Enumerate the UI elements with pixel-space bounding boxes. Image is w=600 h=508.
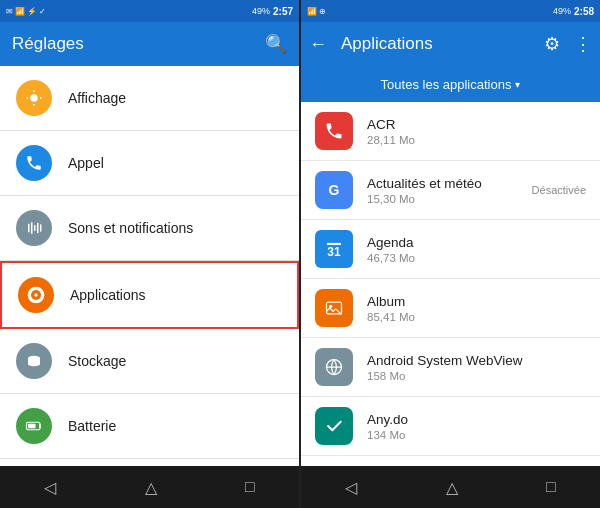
signal-icon: 📶 (15, 7, 25, 16)
left-status-bar: ✉ 📶 ⚡ ✓ 49% 2:57 (0, 0, 299, 22)
actualites-status: Désactivée (532, 184, 586, 196)
affichage-label: Affichage (68, 90, 126, 106)
right-signal-icon: 📶 (307, 7, 317, 16)
anydo-size: 134 Mo (367, 429, 586, 441)
batterie-icon (16, 408, 52, 444)
actualites-name: Actualités et météo (367, 176, 532, 191)
left-home-button[interactable]: △ (145, 478, 157, 497)
left-status-right: 49% 2:57 (252, 6, 293, 17)
actualites-size: 15,30 Mo (367, 193, 532, 205)
settings-item-stockage[interactable]: Stockage (0, 329, 299, 394)
webview-name: Android System WebView (367, 353, 586, 368)
svg-point-0 (30, 94, 38, 102)
agenda-size: 46,73 Mo (367, 252, 586, 264)
svg-rect-7 (34, 225, 36, 231)
stockage-label: Stockage (68, 353, 126, 369)
left-back-button[interactable]: ◁ (44, 478, 56, 497)
album-size: 85,41 Mo (367, 311, 586, 323)
check-icon: ✓ (39, 7, 46, 16)
more-icon[interactable]: ⋮ (574, 33, 592, 55)
arrow-right-icon: → (295, 284, 299, 307)
app-item-webview[interactable]: Android System WebView 158 Mo (301, 338, 600, 397)
actualites-info: Actualités et météo 15,30 Mo (367, 176, 532, 205)
right-status-bar: 📶 ⊕ 49% 2:58 (301, 0, 600, 22)
agenda-info: Agenda 46,73 Mo (367, 235, 586, 264)
filter-bar[interactable]: Toutes les applications ▾ (301, 66, 600, 102)
webview-icon (315, 348, 353, 386)
filter-label: Toutes les applications ▾ (381, 77, 521, 92)
bluetooth-icon: ⚡ (27, 7, 37, 16)
right-time: 2:58 (574, 6, 594, 17)
left-search-icon[interactable]: 🔍 (265, 33, 287, 55)
left-toolbar: Réglages 🔍 (0, 22, 299, 66)
left-toolbar-title: Réglages (12, 34, 257, 54)
right-screen: 📶 ⊕ 49% 2:58 ← Applications ⚙ ⋮ Toutes l… (301, 0, 600, 508)
right-status-icons: 📶 ⊕ (307, 7, 326, 16)
right-toolbar: ← Applications ⚙ ⋮ (301, 22, 600, 66)
svg-rect-15 (28, 424, 36, 429)
webview-size: 158 Mo (367, 370, 586, 382)
app-list: ACR 28,11 Mo G Actualités et météo 15,30… (301, 102, 600, 466)
settings-item-sons[interactable]: Sons et notifications (0, 196, 299, 261)
appel-icon (16, 145, 52, 181)
stockage-icon (16, 343, 52, 379)
settings-icon[interactable]: ⚙ (544, 33, 560, 55)
svg-rect-8 (37, 223, 39, 234)
settings-item-applications[interactable]: Applications → (0, 261, 299, 329)
svg-rect-5 (28, 224, 30, 233)
album-name: Album (367, 294, 586, 309)
sons-icon (16, 210, 52, 246)
right-back-button[interactable]: ◁ (345, 478, 357, 497)
settings-item-batterie[interactable]: Batterie (0, 394, 299, 459)
left-nav-bar: ◁ △ □ (0, 466, 299, 508)
right-toolbar-icons: ⚙ ⋮ (536, 33, 592, 55)
settings-item-affichage[interactable]: Affichage (0, 66, 299, 131)
settings-item-memoire[interactable]: Mémoire (0, 459, 299, 466)
acr-icon (315, 112, 353, 150)
left-time: 2:57 (273, 6, 293, 17)
right-home-button[interactable]: △ (446, 478, 458, 497)
app-item-agenda[interactable]: ▬▬ 31 Agenda 46,73 Mo (301, 220, 600, 279)
applications-icon (18, 277, 54, 313)
left-battery-text: 49% (252, 6, 270, 16)
webview-info: Android System WebView 158 Mo (367, 353, 586, 382)
batterie-label: Batterie (68, 418, 116, 434)
app-item-acr[interactable]: ACR 28,11 Mo (301, 102, 600, 161)
acr-info: ACR 28,11 Mo (367, 117, 586, 146)
album-info: Album 85,41 Mo (367, 294, 586, 323)
right-toolbar-title: Applications (341, 34, 536, 54)
settings-list: Affichage Appel Sons et notifications Ap… (0, 66, 299, 466)
anydo-info: Any.do 134 Mo (367, 412, 586, 441)
app-item-actualites[interactable]: G Actualités et météo 15,30 Mo Désactivé… (301, 161, 600, 220)
affichage-icon (16, 80, 52, 116)
svg-rect-9 (40, 224, 42, 232)
left-recents-button[interactable]: □ (245, 478, 255, 496)
left-screen: ✉ 📶 ⚡ ✓ 49% 2:57 Réglages 🔍 Affichage Ap… (0, 0, 299, 508)
svg-point-12 (34, 293, 37, 296)
right-recents-button[interactable]: □ (546, 478, 556, 496)
left-status-icons: ✉ 📶 ⚡ ✓ (6, 7, 46, 16)
app-item-anydo[interactable]: Any.do 134 Mo (301, 397, 600, 456)
back-button[interactable]: ← (309, 34, 327, 55)
app-item-album[interactable]: Album 85,41 Mo (301, 279, 600, 338)
anydo-icon (315, 407, 353, 445)
anydo-name: Any.do (367, 412, 586, 427)
right-nav-bar: ◁ △ □ (301, 466, 600, 508)
right-wifi-icon: ⊕ (319, 7, 326, 16)
actualites-icon: G (315, 171, 353, 209)
applications-label: Applications (70, 287, 146, 303)
sons-label: Sons et notifications (68, 220, 193, 236)
acr-size: 28,11 Mo (367, 134, 586, 146)
gmail-icon: ✉ (6, 7, 13, 16)
acr-name: ACR (367, 117, 586, 132)
svg-rect-6 (31, 222, 33, 234)
appel-label: Appel (68, 155, 104, 171)
album-icon (315, 289, 353, 327)
agenda-name: Agenda (367, 235, 586, 250)
agenda-icon: ▬▬ 31 (315, 230, 353, 268)
settings-item-appel[interactable]: Appel (0, 131, 299, 196)
right-battery-text: 49% (553, 6, 571, 16)
right-status-right: 49% 2:58 (553, 6, 594, 17)
